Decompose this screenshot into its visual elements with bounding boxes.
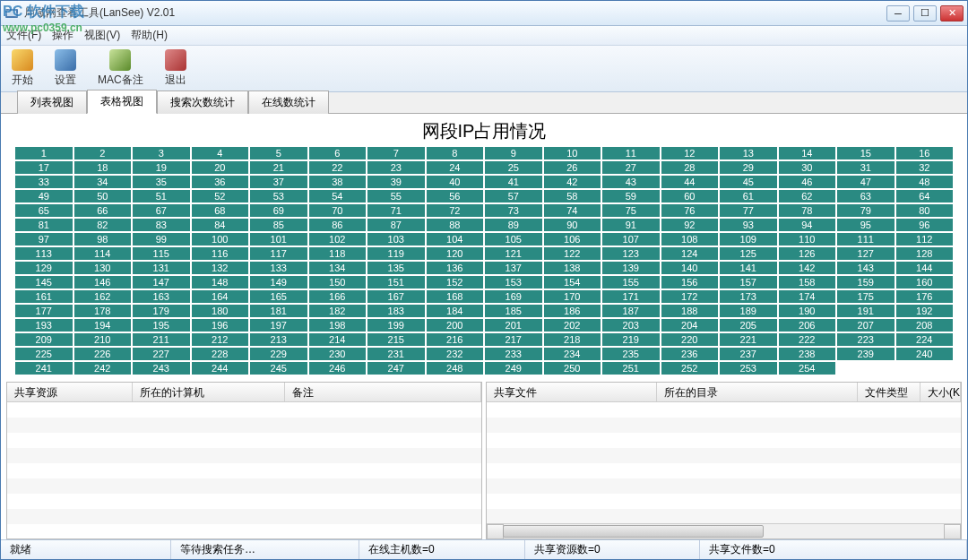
ip-cell[interactable]: 40 [427,176,484,188]
ip-cell[interactable]: 142 [779,262,836,274]
maximize-button[interactable]: ☐ [913,5,937,22]
ip-cell[interactable]: 94 [779,219,836,231]
ip-cell[interactable]: 125 [720,247,777,260]
ip-cell[interactable]: 249 [485,362,542,375]
ip-cell[interactable]: 75 [602,204,660,217]
ip-cell[interactable]: 7 [367,147,425,159]
ip-cell[interactable]: 131 [133,262,190,274]
ip-cell[interactable]: 202 [544,319,601,332]
ip-cell[interactable]: 121 [485,247,542,260]
ip-cell[interactable]: 52 [192,190,249,202]
ip-cell[interactable]: 146 [74,276,132,289]
ip-cell[interactable]: 42 [544,176,601,188]
ip-cell[interactable]: 102 [309,233,367,246]
ip-cell[interactable]: 164 [192,290,249,303]
ip-cell[interactable]: 87 [367,219,425,231]
ip-cell[interactable]: 76 [661,204,719,217]
ip-cell[interactable]: 203 [602,319,660,332]
ip-cell[interactable]: 253 [720,362,777,375]
ip-cell[interactable]: 216 [427,333,484,346]
ip-cell[interactable]: 158 [779,276,836,289]
ip-cell[interactable]: 108 [661,233,719,246]
ip-cell[interactable]: 187 [602,305,660,317]
ip-cell[interactable]: 11 [602,147,660,159]
ip-cell[interactable]: 14 [779,147,836,159]
ip-cell[interactable]: 56 [427,190,484,202]
ip-cell[interactable]: 78 [779,204,836,217]
ip-cell[interactable]: 252 [661,362,719,375]
ip-cell[interactable]: 222 [779,333,836,346]
ip-cell[interactable]: 82 [74,219,132,231]
ip-cell[interactable]: 207 [837,319,895,332]
ip-cell[interactable]: 201 [485,319,542,332]
col-directory[interactable]: 所在的目录 [657,383,858,401]
ip-cell[interactable]: 220 [661,333,719,346]
ip-cell[interactable]: 47 [837,176,895,188]
ip-cell[interactable]: 26 [544,161,601,174]
ip-cell[interactable]: 217 [485,333,542,346]
ip-cell[interactable]: 127 [837,247,895,260]
ip-cell[interactable]: 29 [720,161,777,174]
ip-cell[interactable]: 10 [544,147,601,159]
ip-cell[interactable]: 163 [133,290,190,303]
ip-cell[interactable]: 145 [15,276,73,289]
ip-cell[interactable]: 89 [485,219,542,231]
ip-cell[interactable]: 95 [837,219,895,231]
ip-cell[interactable]: 24 [427,161,484,174]
ip-cell[interactable]: 50 [74,190,132,202]
ip-cell[interactable]: 116 [192,247,249,260]
ip-cell[interactable]: 254 [779,362,836,375]
ip-cell[interactable]: 191 [837,305,895,317]
ip-cell[interactable]: 101 [250,233,307,246]
ip-cell[interactable]: 109 [720,233,777,246]
ip-cell[interactable]: 111 [837,233,895,246]
ip-cell[interactable]: 233 [485,348,542,360]
ip-cell[interactable]: 248 [427,362,484,375]
ip-cell[interactable]: 1 [15,147,73,159]
ip-cell[interactable]: 117 [250,247,307,260]
ip-cell[interactable]: 199 [367,319,425,332]
menu-view[interactable]: 视图(V) [84,28,120,43]
ip-cell[interactable]: 128 [896,247,954,260]
tab-searchcount[interactable]: 搜索次数统计 [157,90,248,114]
ip-cell[interactable]: 154 [544,276,601,289]
ip-cell[interactable]: 110 [779,233,836,246]
ip-cell[interactable]: 67 [133,204,190,217]
ip-cell[interactable]: 193 [15,319,73,332]
ip-cell[interactable]: 212 [192,333,249,346]
ip-cell[interactable]: 243 [133,362,190,375]
ip-cell[interactable]: 211 [133,333,190,346]
ip-cell[interactable]: 85 [250,219,307,231]
tab-onlinecount[interactable]: 在线数统计 [248,90,329,114]
ip-cell[interactable]: 53 [250,190,307,202]
ip-cell[interactable]: 16 [896,147,954,159]
ip-cell[interactable]: 63 [837,190,895,202]
ip-cell[interactable]: 22 [309,161,367,174]
ip-cell[interactable]: 188 [661,305,719,317]
ip-cell[interactable]: 227 [133,348,190,360]
ip-cell[interactable]: 178 [74,305,132,317]
ip-cell[interactable]: 239 [837,348,895,360]
ip-cell[interactable]: 46 [779,176,836,188]
ip-cell[interactable]: 115 [133,247,190,260]
ip-cell[interactable]: 173 [720,290,777,303]
col-shared-file[interactable]: 共享文件 [487,383,657,401]
ip-cell[interactable]: 138 [544,262,601,274]
ip-cell[interactable]: 141 [720,262,777,274]
ip-cell[interactable]: 179 [133,305,190,317]
ip-cell[interactable]: 149 [250,276,307,289]
ip-cell[interactable]: 123 [602,247,660,260]
ip-cell[interactable]: 106 [544,233,601,246]
ip-cell[interactable]: 33 [15,176,73,188]
ip-cell[interactable]: 119 [367,247,425,260]
ip-cell[interactable]: 18 [74,161,132,174]
ip-cell[interactable]: 234 [544,348,601,360]
ip-cell[interactable]: 172 [661,290,719,303]
ip-cell[interactable]: 192 [896,305,954,317]
ip-cell[interactable]: 68 [192,204,249,217]
ip-cell[interactable]: 160 [896,276,954,289]
ip-cell[interactable]: 55 [367,190,425,202]
ip-cell[interactable]: 200 [427,319,484,332]
ip-cell[interactable]: 45 [720,176,777,188]
ip-cell[interactable]: 73 [485,204,542,217]
